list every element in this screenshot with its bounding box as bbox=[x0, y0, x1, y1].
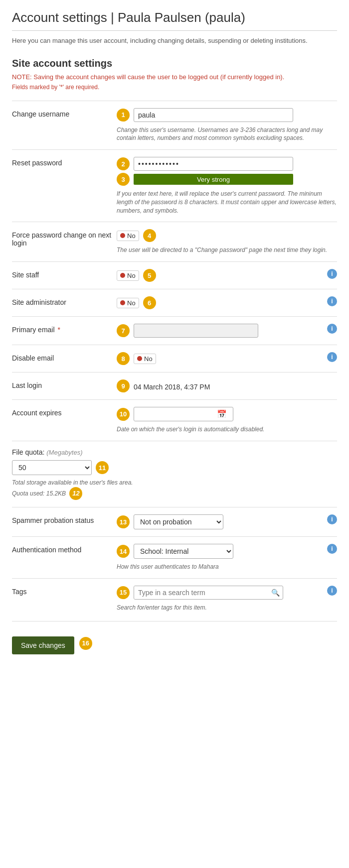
save-row: Save changes 16 bbox=[12, 621, 337, 658]
change-username-label: Change username bbox=[12, 110, 69, 118]
tags-search-input[interactable] bbox=[134, 586, 268, 599]
save-button[interactable]: Save changes bbox=[12, 636, 74, 654]
badge-16: 16 bbox=[79, 637, 92, 650]
badge-2: 2 bbox=[117, 157, 130, 170]
spammer-probation-info-icon[interactable]: i bbox=[327, 514, 337, 524]
spammer-probation-row: Spammer probation status 13 Not on proba… bbox=[12, 507, 337, 536]
site-staff-row: Site staff No 5 i bbox=[12, 261, 337, 289]
disable-email-radio-dot bbox=[137, 356, 142, 361]
badge-3: 3 bbox=[117, 173, 130, 186]
disable-email-row: Disable email 8 No i bbox=[12, 345, 337, 372]
site-admin-row: Site administrator No 6 i bbox=[12, 289, 337, 316]
last-login-label: Last login bbox=[12, 381, 42, 389]
tags-label: Tags bbox=[12, 588, 27, 596]
badge-8: 8 bbox=[117, 352, 130, 365]
spammer-probation-select[interactable]: Not on probation On probation bbox=[134, 514, 223, 529]
reset-password-row: Reset password 2 3 Very strong If you en… bbox=[12, 149, 337, 222]
force-password-label: Force password change on next login bbox=[12, 231, 117, 247]
calendar-icon: 📅 bbox=[214, 407, 230, 421]
primary-email-label: Primary email bbox=[12, 326, 55, 334]
tags-search-wrapper: 🔍 bbox=[134, 586, 283, 600]
force-password-change-row: Force password change on next login No 4… bbox=[12, 222, 337, 261]
badge-4: 4 bbox=[143, 229, 156, 242]
badge-12: 12 bbox=[69, 487, 82, 500]
force-password-help: The user will be directed to a "Change p… bbox=[117, 246, 337, 254]
badge-5: 5 bbox=[143, 269, 156, 282]
spammer-probation-label: Spammer probation status bbox=[12, 516, 94, 524]
file-quota-help1: Total storage available in the user's fi… bbox=[12, 478, 337, 487]
site-staff-value: No bbox=[127, 272, 136, 279]
disable-email-toggle[interactable]: No bbox=[134, 354, 156, 364]
badge-9: 9 bbox=[117, 379, 130, 392]
auth-method-row: Authentication method 14 School: Interna… bbox=[12, 536, 337, 578]
site-admin-value: No bbox=[127, 299, 136, 307]
site-staff-toggle[interactable]: No bbox=[117, 270, 139, 281]
force-password-radio-dot bbox=[120, 233, 125, 238]
intro-text: Here you can manage this user account, i… bbox=[12, 36, 337, 46]
badge-6: 6 bbox=[143, 296, 156, 309]
auth-method-help: How this user authenticates to Mahara bbox=[117, 563, 337, 571]
auth-method-select[interactable]: School: Internal bbox=[134, 544, 233, 559]
account-expires-input[interactable] bbox=[134, 408, 214, 421]
badge-10: 10 bbox=[117, 408, 130, 421]
file-quota-help2: Quota used: 15.2KB 12 bbox=[12, 487, 337, 500]
page-title: Account settings | Paula Paulsen (paula) bbox=[12, 10, 337, 31]
account-expires-date-wrapper[interactable]: 📅 bbox=[134, 407, 233, 421]
badge-7: 7 bbox=[117, 324, 130, 337]
badge-1: 1 bbox=[117, 109, 130, 122]
username-help: Change this user's username. Usernames a… bbox=[117, 126, 337, 143]
required-note: Fields marked by '*' are required. bbox=[12, 84, 337, 91]
site-admin-toggle[interactable]: No bbox=[117, 298, 139, 308]
primary-email-row: Primary email * 7 i bbox=[12, 316, 337, 345]
last-login-row: Last login 9 04 March 2018, 4:37 PM bbox=[12, 372, 337, 399]
last-login-value: 04 March 2018, 4:37 PM bbox=[134, 381, 210, 391]
badge-15: 15 bbox=[117, 586, 130, 599]
site-staff-radio-dot bbox=[120, 273, 125, 278]
auth-method-info-icon[interactable]: i bbox=[327, 544, 337, 554]
site-admin-radio-dot bbox=[120, 300, 125, 305]
primary-email-input[interactable] bbox=[134, 324, 258, 338]
badge-11: 11 bbox=[96, 461, 109, 474]
file-quota-label: File quota: (Megabytes) bbox=[12, 448, 337, 456]
section-note: NOTE: Saving the account changes will ca… bbox=[12, 73, 337, 81]
password-strength-bar: Very strong bbox=[134, 174, 293, 185]
tags-row: Tags 15 🔍 Search for/enter tags for this… bbox=[12, 578, 337, 619]
search-icon: 🔍 bbox=[268, 587, 283, 599]
tags-info-icon[interactable]: i bbox=[327, 586, 337, 596]
reset-password-label: Reset password bbox=[12, 159, 62, 167]
password-input[interactable] bbox=[134, 157, 293, 171]
badge-14: 14 bbox=[117, 545, 130, 558]
username-input[interactable] bbox=[134, 108, 293, 122]
password-help: If you enter text here, it will replace … bbox=[117, 190, 337, 215]
site-staff-label: Site staff bbox=[12, 271, 39, 279]
change-username-row: Change username 1 Change this user's use… bbox=[12, 101, 337, 150]
disable-email-label: Disable email bbox=[12, 354, 54, 362]
badge-13: 13 bbox=[117, 515, 130, 528]
account-expires-label: Account expires bbox=[12, 409, 62, 417]
force-password-toggle[interactable]: No bbox=[117, 231, 139, 241]
auth-method-label: Authentication method bbox=[12, 546, 81, 554]
site-admin-label: Site administrator bbox=[12, 298, 66, 306]
account-expires-row: Account expires 10 📅 Date on which the u… bbox=[12, 399, 337, 441]
section-title: Site account settings bbox=[12, 58, 337, 69]
disable-email-value: No bbox=[144, 355, 153, 363]
account-expires-help: Date on which the user's login is automa… bbox=[117, 425, 337, 434]
tags-help: Search for/enter tags for this item. bbox=[117, 604, 337, 612]
force-password-value: No bbox=[127, 232, 136, 240]
file-quota-suffix: (Megabytes) bbox=[46, 449, 82, 456]
file-quota-select[interactable]: 50 100 200 500 1000 bbox=[12, 460, 92, 475]
file-quota-section: File quota: (Megabytes) 50 100 200 500 1… bbox=[12, 441, 337, 507]
primary-email-required: * bbox=[58, 326, 60, 334]
